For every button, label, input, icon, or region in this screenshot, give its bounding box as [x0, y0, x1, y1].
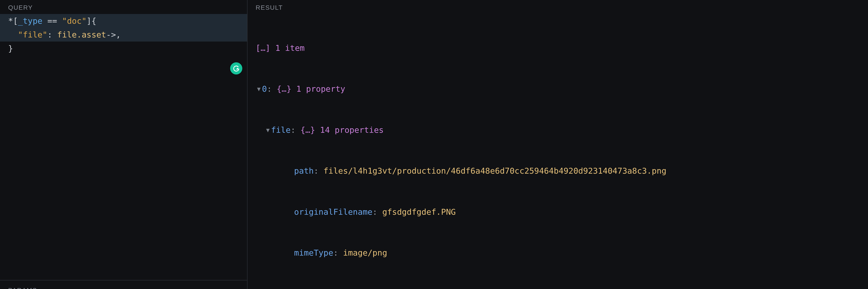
- q1-rb: ]{: [87, 16, 96, 26]
- k-mimeType: mimeType: [294, 248, 333, 257]
- k-path: path: [294, 166, 314, 175]
- query-line-1[interactable]: *[_type == "doc"]{: [0, 14, 247, 28]
- root-summary: […] 1 item: [256, 43, 305, 52]
- query-pane: QUERY *[_type == "doc"]{ "file": file.as…: [0, 0, 248, 289]
- result-file[interactable]: ▼file: {…} 14 properties: [256, 123, 860, 137]
- prop-path[interactable]: path: files/l4h1g3vt/production/46df6a48…: [256, 164, 860, 178]
- caret-icon[interactable]: ▼: [265, 125, 271, 135]
- result-root[interactable]: […] 1 item: [256, 41, 860, 55]
- file-summary: {…} 14 properties: [301, 125, 383, 135]
- query-line-2[interactable]: "file": file.asset->,: [0, 28, 247, 41]
- prop-mimeType[interactable]: mimeType: image/png: [256, 246, 860, 260]
- app-root: QUERY *[_type == "doc"]{ "file": file.as…: [0, 0, 868, 289]
- idx-0: 0: [262, 84, 267, 94]
- query-editor[interactable]: *[_type == "doc"]{ "file": file.asset->,…: [0, 13, 247, 280]
- prop-url[interactable]: url: https://cdn.sanity.io/files/l4h1g3v…: [256, 287, 860, 289]
- result-item-0[interactable]: ▼0: {…} 1 property: [256, 82, 860, 96]
- result-header: RESULT: [248, 0, 868, 13]
- q1-str: "doc": [62, 16, 86, 26]
- params-header-label: PARAMS: [8, 287, 37, 289]
- v-path: files/l4h1g3vt/production/46df6a48e6d70c…: [323, 166, 666, 175]
- q1-eq: ==: [42, 16, 62, 26]
- q2-key: "file": [18, 30, 47, 39]
- v-mimeType: image/png: [343, 248, 387, 257]
- q2-ref: file.asset: [57, 30, 106, 39]
- q2-indent: [8, 30, 18, 39]
- result-pane: RESULT […] 1 item ▼0: {…} 1 property ▼fi…: [248, 0, 868, 289]
- query-line-3[interactable]: }: [0, 41, 247, 55]
- params-header: PARAMS: [0, 280, 247, 289]
- q1-star: *: [8, 16, 13, 26]
- grammarly-icon[interactable]: [230, 62, 242, 74]
- prop-originalFilename[interactable]: originalFilename: gfsdgdfgdef.PNG: [256, 205, 860, 219]
- result-tree[interactable]: […] 1 item ▼0: {…} 1 property ▼file: {…}…: [248, 13, 868, 289]
- q1-lb: [: [13, 16, 18, 26]
- q2-arrow: ->,: [106, 30, 121, 39]
- v-originalFilename: gfsdgdfgdef.PNG: [382, 207, 456, 217]
- q1-type: _type: [18, 16, 42, 26]
- item0-summary: {…} 1 property: [277, 84, 345, 94]
- file-label: file: [271, 125, 291, 135]
- q2-colon: :: [47, 30, 57, 39]
- query-header: QUERY: [0, 0, 247, 13]
- q3-close: }: [8, 44, 13, 53]
- caret-icon[interactable]: ▼: [256, 84, 262, 94]
- k-originalFilename: originalFilename: [294, 207, 373, 217]
